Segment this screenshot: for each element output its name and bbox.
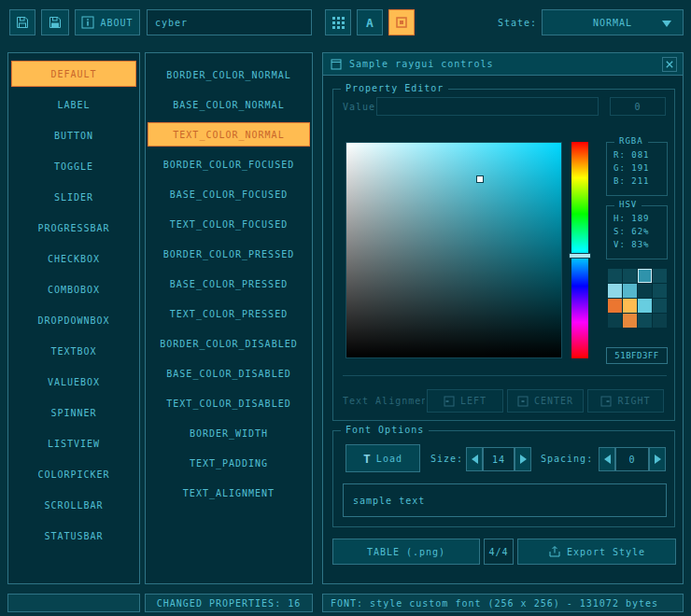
align-left-label: LEFT <box>460 396 487 406</box>
grid-view-button[interactable] <box>325 9 351 35</box>
property-list-item[interactable]: TEXT_COLOR_DISABLED <box>148 391 310 415</box>
control-list-item[interactable]: VALUEBOX <box>11 369 136 395</box>
control-list-item[interactable]: SLIDER <box>11 184 136 210</box>
size-label: Size: <box>430 454 463 464</box>
hue-slider-handle[interactable] <box>569 253 591 259</box>
hsv-saturation-value: S: 62% <box>613 227 650 236</box>
export-style-button[interactable]: Export Style <box>517 539 676 565</box>
sample-text-box[interactable]: sample text <box>343 483 667 517</box>
hex-value-box[interactable]: 51BFD3FF <box>606 347 668 364</box>
font-settings-button[interactable]: A <box>357 9 383 35</box>
color-swatch[interactable] <box>623 299 637 313</box>
state-dropdown[interactable]: NORMAL <box>542 9 684 35</box>
chevron-left-icon <box>604 455 611 464</box>
save-style-button[interactable] <box>41 9 69 35</box>
color-swatch[interactable] <box>653 299 667 313</box>
hsv-value-value: V: 83% <box>613 240 650 249</box>
color-picker-panel[interactable] <box>346 142 562 358</box>
font-options-title: Font Options <box>341 425 429 435</box>
property-list-item[interactable]: BORDER_COLOR_FOCUSED <box>148 152 310 176</box>
property-list-item[interactable]: TEXT_COLOR_FOCUSED <box>148 212 310 236</box>
align-center-label: CENTER <box>534 396 573 406</box>
floppy-disk-icon <box>15 15 30 30</box>
property-list-item[interactable]: BASE_COLOR_FOCUSED <box>148 182 310 206</box>
property-list-item[interactable]: BASE_COLOR_DISABLED <box>148 361 310 385</box>
spacing-decrement-button[interactable] <box>599 447 615 471</box>
about-button[interactable]: ABOUT <box>75 9 140 35</box>
color-swatch[interactable] <box>608 314 622 328</box>
color-swatch[interactable] <box>653 284 667 298</box>
rgba-blue-value: B: 211 <box>613 176 650 186</box>
statusbar-font-info: FONT: style custom font (256 x 256) - 13… <box>322 594 684 612</box>
spacing-value-box[interactable]: 0 <box>615 447 649 471</box>
align-right-button[interactable]: RIGHT <box>587 389 664 413</box>
control-list-item[interactable]: PROGRESSBAR <box>11 215 136 241</box>
control-list-item[interactable]: STATUSBAR <box>11 523 136 549</box>
spacing-increment-button[interactable] <box>649 447 666 471</box>
size-value-box[interactable]: 14 <box>483 447 515 471</box>
control-list-item[interactable]: SCROLLBAR <box>11 492 136 518</box>
control-list-item[interactable]: LISTVIEW <box>11 430 136 456</box>
hsv-title: HSV <box>614 200 642 209</box>
control-list-item[interactable]: DEFAULT <box>11 61 136 87</box>
property-list-item[interactable]: TEXT_PADDING <box>148 451 310 475</box>
size-increment-button[interactable] <box>515 447 531 471</box>
property-list-item[interactable]: BASE_COLOR_PRESSED <box>148 272 310 296</box>
color-swatch[interactable] <box>623 314 637 328</box>
control-list-item[interactable]: COMBOBOX <box>11 276 136 302</box>
color-swatch[interactable] <box>638 299 652 313</box>
export-icon <box>548 545 561 558</box>
rgba-panel: RGBA R: 081 G: 191 B: 211 <box>606 142 668 196</box>
property-editor-group: Property Editor Value: 0 RGBA R: 081 G: … <box>332 89 675 421</box>
close-button[interactable] <box>662 57 677 72</box>
control-list-item[interactable]: BUTTON <box>11 122 136 148</box>
control-list-item[interactable]: TEXTBOX <box>11 338 136 364</box>
property-list-item[interactable]: BORDER_COLOR_NORMAL <box>148 63 310 87</box>
control-list-item[interactable]: DROPDOWNBOX <box>11 307 136 333</box>
spacing-label: Spacing: <box>541 454 593 464</box>
color-swatch[interactable] <box>608 269 622 283</box>
font-a-icon: A <box>366 16 374 30</box>
rgba-title: RGBA <box>614 136 648 146</box>
style-name-input[interactable] <box>147 9 312 35</box>
property-list-item[interactable]: BORDER_COLOR_PRESSED <box>148 242 310 266</box>
align-center-button[interactable]: CENTER <box>507 389 584 413</box>
control-list-item[interactable]: TOGGLE <box>11 153 136 179</box>
load-style-button[interactable] <box>9 9 35 35</box>
property-list-item[interactable]: TEXT_COLOR_PRESSED <box>148 301 310 326</box>
load-font-button[interactable]: T Load <box>346 444 420 472</box>
color-picker-cursor[interactable] <box>476 175 484 183</box>
value-input[interactable] <box>376 97 599 116</box>
info-icon <box>81 16 94 29</box>
property-list-item[interactable]: BORDER_WIDTH <box>148 421 310 445</box>
property-list-item[interactable]: TEXT_ALIGNMENT <box>148 481 310 505</box>
hue-slider[interactable] <box>571 142 588 358</box>
color-swatch[interactable] <box>653 314 667 328</box>
control-list-item[interactable]: LABEL <box>11 91 136 118</box>
app-window: ABOUT A State: NORMAL DEFAULT LABEL BUTT… <box>0 0 691 616</box>
color-swatch[interactable] <box>623 269 637 283</box>
color-swatch[interactable] <box>608 284 622 298</box>
table-export-label: TABLE (.png) <box>367 547 445 557</box>
state-label: State: <box>462 18 537 28</box>
color-swatch[interactable] <box>653 269 667 283</box>
color-swatch[interactable] <box>638 314 652 328</box>
align-left-button[interactable]: LEFT <box>427 389 503 413</box>
property-list-item[interactable]: TEXT_COLOR_NORMAL <box>148 122 310 147</box>
size-decrement-button[interactable] <box>466 447 483 471</box>
color-swatch[interactable] <box>623 284 637 298</box>
text-alignment-label: Text Alignment <box>343 396 425 406</box>
color-swatch[interactable] <box>608 299 622 313</box>
style-mode-button[interactable] <box>388 9 415 35</box>
property-list-item[interactable]: BASE_COLOR_NORMAL <box>148 92 310 117</box>
control-list-item[interactable]: COLORPICKER <box>11 461 136 487</box>
color-swatch[interactable] <box>638 284 652 298</box>
pages-value-box[interactable]: 4/4 <box>484 539 514 565</box>
property-list-item[interactable]: BORDER_COLOR_DISABLED <box>148 331 310 356</box>
control-list-item[interactable]: CHECKBOX <box>11 245 136 272</box>
statusbar-changed-properties: CHANGED PROPERTIES: 16 <box>145 594 313 612</box>
control-list-item[interactable]: SPINNER <box>11 399 136 426</box>
value-count-box[interactable]: 0 <box>610 97 666 116</box>
color-swatch[interactable] <box>638 269 652 283</box>
table-export-button[interactable]: TABLE (.png) <box>332 539 480 565</box>
